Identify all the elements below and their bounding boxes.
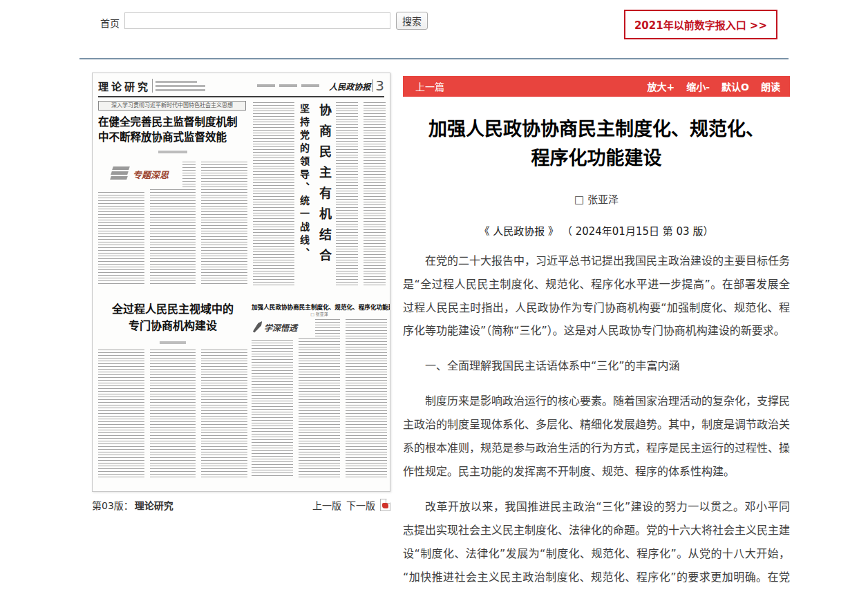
prev-page-link[interactable]: 上一版 — [312, 498, 341, 512]
newsprint-text-columns — [98, 350, 247, 477]
newspaper-section-title: 理论研究 — [98, 79, 151, 93]
np-headline-bottom-left-line1: 全过程人民民主视域中的 — [98, 301, 247, 318]
newspaper-page-image[interactable]: 理论研究 人民政协报 3 深入学习贯彻习近平新时代中国特色社会主义思想 在健全完… — [92, 73, 390, 492]
page-caption: 第03版： 理论研究 上一版 下一版 — [92, 498, 390, 512]
zoom-in-button[interactable]: 放大+ — [648, 79, 675, 93]
section-name-caption: 理论研究 — [135, 498, 173, 512]
np-headline-bottom-right[interactable]: 加强人民政协协商民主制度化、规范化、程序化功能建设 — [252, 303, 387, 311]
np-byline-top-left — [158, 151, 187, 153]
article-author: □ 张亚泽 — [403, 191, 790, 206]
article-body: 在党的二十大报告中，习近平总书记提出我国民主政治建设的主要目标任务是“全过程人民… — [403, 249, 790, 592]
np-headline-bottom-left-line2: 专门协商机构建设 — [98, 318, 247, 334]
np-vertical-headline-part2: 协商民主有机结合 — [315, 104, 333, 294]
home-link[interactable]: 首页 — [100, 16, 120, 30]
read-aloud-button[interactable]: 朗读 — [761, 79, 780, 93]
newsprint-text-columns — [336, 102, 386, 287]
article-toolbar: 上一篇 放大+ 缩小- 默认O 朗读 — [403, 76, 790, 97]
np-headline-bottom-left[interactable]: 全过程人民民主视域中的 专门协商机构建设 — [98, 301, 247, 334]
newspaper-date-meta — [155, 81, 205, 91]
next-page-link[interactable]: 下一版 — [346, 498, 375, 512]
np-kicker-banner: 深入学习贯彻习近平新时代中国特色社会主义思想 — [98, 101, 246, 111]
article-paragraph: 制度历来是影响政治运行的核心要素。随着国家治理活动的复杂化，支撑民主政治的制度呈… — [403, 390, 790, 484]
article-section-heading: 一、全面理解我国民主话语体系中“三化”的丰富内涵 — [403, 354, 790, 378]
zoom-default-button[interactable]: 默认O — [721, 79, 749, 93]
epaper-page: 首页 搜索 2021年以前数字报入口 >> 理论研究 人民政协报 3 深入学习贯… — [0, 0, 868, 592]
header-divider — [79, 58, 789, 59]
article-paragraph: 改革开放以来，我国推进民主政治“三化”建设的努力一以贯之。邓小平同志提出实现社会… — [403, 495, 790, 592]
np-headline-top-left[interactable]: 在健全完善民主监督制度机制中不断释放协商式监督效能 — [98, 115, 247, 146]
article-source: 《 人民政协报 》 （ 2024年01月15日 第 03 版） — [403, 223, 790, 238]
masthead-rule — [98, 96, 384, 97]
masthead-divider — [372, 79, 373, 92]
books-icon — [111, 166, 129, 182]
newspaper-header: 理论研究 人民政协报 3 — [98, 77, 384, 94]
np-column-logo-1-label: 专题深思 — [133, 168, 169, 181]
newspaper-masthead: 人民政协报 3 — [329, 77, 384, 94]
archive-entry-button[interactable]: 2021年以前数字报入口 >> — [624, 10, 777, 39]
np-column-logo-2-label: 学深悟透 — [264, 321, 297, 333]
article-title-line2: 程序化功能建设 — [403, 144, 790, 173]
prev-article-link[interactable]: 上一篇 — [415, 79, 444, 93]
np-column-logo-1: 专题深思 — [111, 160, 182, 188]
newsprint-text-columns — [253, 102, 294, 287]
article-title: 加强人民政协协商民主制度化、规范化、 程序化功能建设 — [403, 115, 790, 173]
search-button[interactable]: 搜索 — [396, 12, 428, 30]
top-bar: 首页 搜索 2021年以前数字报入口 >> — [92, 10, 790, 43]
header-divider-line — [152, 79, 153, 93]
np-byline-bottom-left — [160, 341, 186, 344]
newspaper-panel: 理论研究 人民政协报 3 深入学习贯彻习近平新时代中国特色社会主义思想 在健全完… — [92, 73, 390, 512]
newspaper-editor-meta — [257, 84, 319, 87]
zoom-out-button[interactable]: 缩小- — [686, 79, 710, 93]
pdf-icon[interactable] — [380, 499, 390, 511]
newsprint-text-columns — [252, 319, 387, 477]
np-column-logo-2: 学深悟透 — [256, 316, 315, 337]
page-number-caption: 第03版： — [92, 498, 133, 512]
search-input[interactable] — [124, 12, 390, 29]
article-panel: 上一篇 放大+ 缩小- 默认O 朗读 加强人民政协协商民主制度化、规范化、 程序… — [403, 76, 790, 592]
masthead-name: 人民政协报 — [329, 80, 370, 92]
masthead-page-number: 3 — [375, 77, 384, 94]
article-title-line1: 加强人民政协协商民主制度化、规范化、 — [403, 115, 790, 144]
np-vertical-headline-part1: 坚持党的领导、统一战线、 — [297, 104, 311, 294]
article-paragraph: 在党的二十大报告中，习近平总书记提出我国民主政治建设的主要目标任务是“全过程人民… — [403, 249, 790, 343]
np-vertical-headline[interactable]: 坚持党的领导、统一战线、 协商民主有机结合 — [297, 104, 333, 294]
